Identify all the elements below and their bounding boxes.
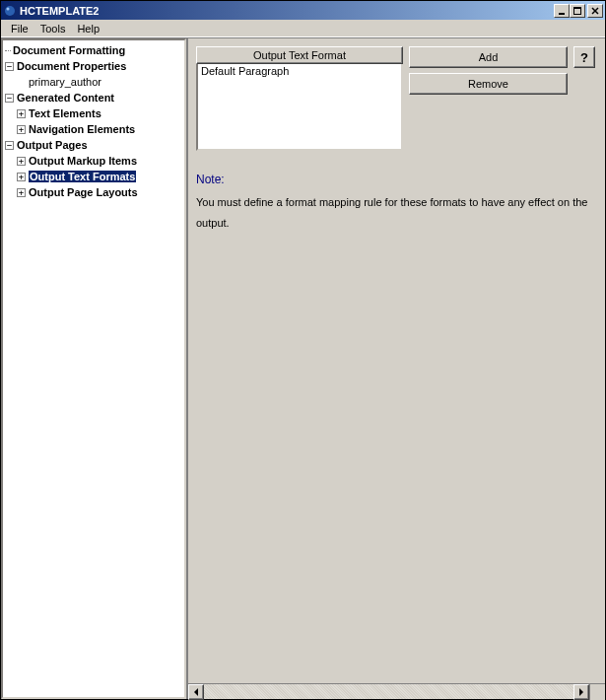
tree-label: Document Formatting [13,44,125,56]
tree-item-primary-author[interactable]: primary_author [3,74,184,90]
menu-tools[interactable]: Tools [34,21,72,36]
help-button[interactable]: ? [573,46,595,68]
format-list: Output Text Format Default Paragraph [196,46,403,151]
resize-grip[interactable] [589,684,605,700]
note-block: Note: You must define a format mapping r… [196,173,595,234]
svg-point-0 [5,6,15,16]
add-button[interactable]: Add [409,46,568,68]
svg-rect-2 [559,13,565,15]
tree-label: Output Text Formats [29,171,136,182]
svg-marker-7 [194,688,198,696]
list-column-header[interactable]: Output Text Format [196,46,403,64]
close-button[interactable] [587,4,603,18]
tree-label: Output Page Layouts [29,186,138,198]
tree-view[interactable]: Document Formatting − Document Propertie… [1,38,186,699]
remove-button[interactable]: Remove [409,73,568,95]
note-label: Note: [196,173,595,186]
collapse-icon[interactable]: − [5,94,14,103]
list-body[interactable]: Default Paragraph [196,64,403,151]
app-icon [3,4,17,18]
tree-label: Navigation Elements [29,123,135,135]
list-item[interactable]: Default Paragraph [198,64,401,79]
tree-item-text-elements[interactable]: + Text Elements [3,105,184,121]
tree-item-navigation-elements[interactable]: + Navigation Elements [3,121,184,137]
menubar: File Tools Help [1,20,605,37]
svg-rect-4 [573,7,581,9]
app-window: HCTEMPLATE2 File Tools Help Document For… [0,0,606,700]
svg-marker-8 [579,688,583,696]
body-area: Document Formatting − Document Propertie… [1,37,605,699]
titlebar: HCTEMPLATE2 [1,1,605,20]
scroll-right-button[interactable] [573,684,589,700]
tree-item-document-formatting[interactable]: Document Formatting [3,42,184,58]
expand-icon[interactable]: + [17,188,26,197]
tree-item-document-properties[interactable]: − Document Properties [3,58,184,74]
scroll-track[interactable] [204,684,573,699]
scroll-left-button[interactable] [188,684,204,700]
svg-point-1 [7,7,10,10]
tree-item-output-pages[interactable]: − Output Pages [3,137,184,153]
menu-file[interactable]: File [5,21,34,36]
tree-item-generated-content[interactable]: − Generated Content [3,90,184,105]
menu-help[interactable]: Help [71,21,105,36]
tree-item-output-text-formats[interactable]: + Output Text Formats [3,169,184,184]
tree-item-output-markup-items[interactable]: + Output Markup Items [3,153,184,169]
collapse-icon[interactable]: − [5,141,14,150]
expand-icon[interactable]: + [17,173,26,181]
expand-icon[interactable]: + [17,125,26,134]
horizontal-scrollbar[interactable] [188,683,605,699]
window-buttons [554,4,603,18]
note-text: You must define a format mapping rule fo… [196,192,595,234]
collapse-icon[interactable]: − [5,62,14,71]
maximize-button[interactable] [570,4,585,18]
tree-label: primary_author [29,76,101,88]
tree-label: Output Pages [17,139,88,151]
expand-icon[interactable]: + [17,157,26,166]
tree-label: Document Properties [17,60,126,72]
tree-item-output-page-layouts[interactable]: + Output Page Layouts [3,184,184,200]
minimize-button[interactable] [554,4,570,18]
tree-label: Text Elements [29,107,101,119]
expand-icon[interactable]: + [17,109,26,118]
content-pane: Output Text Format Default Paragraph Add… [188,38,605,699]
sidebar: Document Formatting − Document Propertie… [1,38,188,699]
window-title: HCTEMPLATE2 [20,5,554,17]
tree-label: Generated Content [17,92,114,104]
tree-label: Output Markup Items [29,155,137,167]
